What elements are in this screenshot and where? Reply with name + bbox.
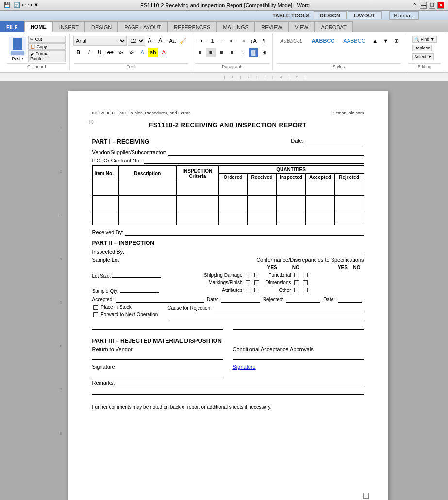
cell-rej1[interactable]: [334, 181, 364, 196]
vendor-input-line[interactable]: [168, 149, 364, 156]
other-yes-checkbox[interactable]: [294, 288, 299, 292]
cell-acc3[interactable]: [306, 210, 335, 225]
close-btn[interactable]: ✕: [437, 2, 444, 9]
align-left-button[interactable]: ≡: [195, 48, 205, 57]
tab-file[interactable]: FILE: [0, 21, 24, 32]
accepted-date-line[interactable]: [221, 296, 260, 303]
cell-rej2[interactable]: [334, 196, 364, 210]
cell-rec3[interactable]: [248, 210, 277, 225]
cell-item3[interactable]: [92, 210, 118, 225]
change-case-button[interactable]: Aa: [167, 36, 177, 46]
extra-line-1[interactable]: [92, 323, 223, 330]
tab-insert[interactable]: INSERT: [53, 21, 85, 32]
forward-to-next-checkbox[interactable]: [93, 312, 98, 317]
italic-button[interactable]: I: [84, 48, 94, 57]
cell-acc2[interactable]: [306, 196, 335, 210]
find-button[interactable]: 🔍 Find ▼: [412, 36, 436, 43]
sort-button[interactable]: ↕A: [249, 36, 258, 46]
cell-crit3[interactable]: [176, 210, 218, 225]
font-color-button[interactable]: A: [159, 48, 168, 57]
line-spacing-button[interactable]: ↕: [238, 48, 248, 57]
cell-crit1[interactable]: [176, 181, 218, 196]
dimensions-no-checkbox[interactable]: [303, 280, 308, 285]
cell-insp1[interactable]: [276, 181, 305, 196]
multilevel-button[interactable]: ≡≡: [216, 36, 226, 46]
underline-button[interactable]: U: [95, 48, 104, 57]
remarks-line-2[interactable]: [92, 388, 364, 395]
cell-crit2[interactable]: [176, 196, 218, 210]
copy-button[interactable]: 📋 Copy: [28, 43, 66, 50]
cell-acc1[interactable]: [306, 181, 335, 196]
bullets-button[interactable]: ≡•: [195, 36, 205, 46]
functional-no-checkbox[interactable]: [303, 273, 308, 277]
sample-qty-line[interactable]: [120, 286, 159, 293]
tab-page-layout[interactable]: PAGE LAYOUT: [118, 21, 167, 32]
attributes-no-checkbox[interactable]: [254, 288, 259, 292]
date-input-line[interactable]: [306, 137, 364, 144]
cause-line-2[interactable]: [167, 313, 364, 320]
other-no-checkbox[interactable]: [303, 288, 308, 292]
markings-yes-checkbox[interactable]: [246, 280, 250, 285]
tab-review[interactable]: REVIEW: [255, 21, 288, 32]
tab-mailings[interactable]: MAILINGS: [216, 21, 255, 32]
extra-line-2[interactable]: [233, 323, 364, 330]
font-size-select[interactable]: 12: [128, 36, 145, 46]
paste-button[interactable]: Paste: [8, 36, 27, 62]
restore-btn[interactable]: ❐: [429, 2, 435, 9]
pilcrow-button[interactable]: ¶: [259, 36, 269, 46]
shading-button[interactable]: ▓: [249, 48, 258, 57]
decrease-indent-button[interactable]: ⇤: [227, 36, 237, 46]
cell-desc1[interactable]: [118, 181, 176, 196]
signature-left-line[interactable]: [92, 371, 223, 377]
cell-item1[interactable]: [92, 181, 118, 196]
shrink-font-button[interactable]: A↓: [157, 36, 166, 46]
select-button[interactable]: Select ▼: [412, 53, 433, 60]
style-heading2[interactable]: AABBCC: [340, 36, 368, 45]
styles-scroll-down[interactable]: ▼: [381, 36, 391, 46]
layout-tab-btn[interactable]: LAYOUT: [348, 11, 382, 19]
lot-size-line[interactable]: [112, 271, 161, 278]
numbering-button[interactable]: ≡1: [206, 36, 216, 46]
shipping-damage-no-checkbox[interactable]: [254, 273, 259, 277]
font-family-select[interactable]: Arial: [73, 36, 127, 46]
styles-expand[interactable]: ⊞: [392, 36, 401, 46]
justify-button[interactable]: ≡: [227, 48, 237, 57]
inspected-by-line[interactable]: [126, 248, 364, 255]
superscript-button[interactable]: x²: [127, 48, 136, 57]
text-effects-button[interactable]: A: [137, 48, 147, 57]
subscript-button[interactable]: x₂: [116, 48, 126, 57]
format-painter-button[interactable]: 🖌 Format Painter: [28, 50, 66, 62]
rejected-line[interactable]: [286, 296, 320, 303]
cell-ord2[interactable]: [218, 196, 248, 210]
shipping-damage-yes-checkbox[interactable]: [246, 273, 250, 277]
remarks-line[interactable]: [116, 379, 364, 386]
style-emphasis[interactable]: AaBbCcL: [277, 36, 306, 45]
cell-rec2[interactable]: [248, 196, 277, 210]
increase-indent-button[interactable]: ⇥: [238, 36, 248, 46]
highlight-button[interactable]: ab: [148, 48, 158, 57]
cell-ord3[interactable]: [218, 210, 248, 225]
cause-for-rejection-line[interactable]: [214, 305, 364, 311]
strikethrough-button[interactable]: ab: [105, 48, 115, 57]
rejected-date-line[interactable]: [338, 296, 362, 303]
cut-button[interactable]: ✂ Cut: [28, 36, 66, 43]
accepted-line[interactable]: [116, 296, 204, 303]
grow-font-button[interactable]: A↑: [146, 36, 156, 46]
cell-desc2[interactable]: [118, 196, 176, 210]
styles-scroll-up[interactable]: ▲: [370, 36, 380, 46]
po-input-line[interactable]: [144, 157, 364, 164]
cell-item2[interactable]: [92, 196, 118, 210]
bold-button[interactable]: B: [73, 48, 83, 57]
markings-no-checkbox[interactable]: [254, 280, 259, 285]
align-center-button[interactable]: ≡: [206, 48, 216, 57]
signature-link[interactable]: Signature: [233, 364, 256, 370]
return-line[interactable]: [92, 353, 223, 360]
cell-insp3[interactable]: [276, 210, 305, 225]
cell-insp2[interactable]: [276, 196, 305, 210]
attributes-yes-checkbox[interactable]: [246, 288, 250, 292]
design-tab-btn[interactable]: DESIGN: [314, 11, 347, 19]
dimensions-yes-checkbox[interactable]: [294, 280, 299, 285]
add-content-btn[interactable]: ⊕: [88, 118, 94, 126]
align-right-button[interactable]: ≡: [216, 48, 226, 57]
conditional-line[interactable]: [233, 353, 364, 360]
